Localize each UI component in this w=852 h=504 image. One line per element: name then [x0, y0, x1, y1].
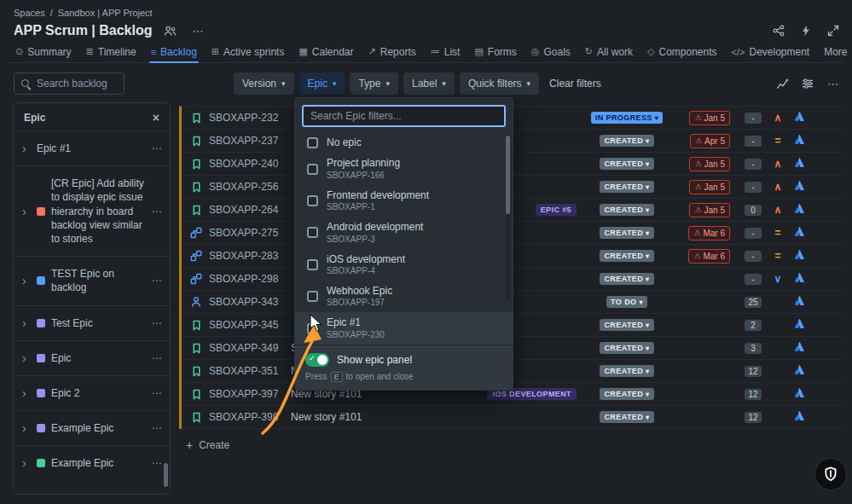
automation-lightning-icon[interactable]: [796, 21, 816, 40]
epic-item-example-epic[interactable]: ›Example Epic⋯: [14, 445, 170, 480]
issue-key[interactable]: SBOXAPP-240: [209, 158, 291, 170]
issue-key[interactable]: SBOXAPP-345: [209, 319, 291, 331]
issue-key[interactable]: SBOXAPP-237: [209, 135, 291, 147]
epic-panel-scrollbar[interactable]: [164, 463, 168, 487]
toggle-on-icon[interactable]: ✓: [305, 353, 329, 367]
due-date-chip[interactable]: ⚠Mar 6: [688, 249, 730, 264]
estimate-badge[interactable]: -: [745, 182, 762, 193]
status-badge[interactable]: CREATED▾: [600, 135, 653, 147]
status-badge[interactable]: CREATED▾: [600, 411, 653, 423]
assignee-avatar-icon[interactable]: [793, 271, 806, 287]
view-settings-icon[interactable]: [797, 74, 818, 93]
issue-key[interactable]: SBOXAPP-283: [209, 250, 291, 262]
due-date-chip[interactable]: ⚠Apr 5: [690, 134, 730, 148]
estimate-badge[interactable]: 12: [745, 366, 762, 377]
create-issue-button[interactable]: + Create: [186, 438, 229, 452]
chevron-right-icon[interactable]: ›: [22, 142, 31, 154]
filter-type[interactable]: Type▾: [350, 72, 398, 95]
more-icon[interactable]: ⋯: [152, 422, 164, 434]
epic-filter-search[interactable]: [302, 105, 506, 127]
issue-key[interactable]: SBOXAPP-397: [209, 388, 291, 400]
issue-key[interactable]: SBOXAPP-256: [209, 181, 291, 193]
more-icon[interactable]: ⋯: [152, 275, 164, 287]
epic-option-webhook-epic[interactable]: Webhook EpicSBOXAPP-197: [295, 281, 513, 312]
issue-key[interactable]: SBOXAPP-398: [209, 411, 291, 423]
estimate-badge[interactable]: 12: [745, 389, 762, 400]
assignee-avatar-icon[interactable]: [793, 225, 806, 240]
epic-item-cr-epic-add-ability-to-d[interactable]: ›[CR Epic] Add ability to display epic i…: [14, 165, 170, 256]
assignee-avatar-icon[interactable]: [793, 179, 806, 194]
chevron-right-icon[interactable]: ›: [22, 352, 31, 364]
assignee-avatar-icon[interactable]: [793, 156, 806, 171]
epic-item-epic-2[interactable]: ›Epic 2⋯: [14, 375, 170, 410]
status-badge[interactable]: CREATED▾: [600, 273, 653, 285]
more-icon[interactable]: ⋯: [152, 142, 164, 154]
status-badge[interactable]: CREATED▾: [600, 365, 653, 377]
issue-key[interactable]: SBOXAPP-349: [209, 342, 291, 354]
estimate-badge[interactable]: 25: [745, 297, 762, 308]
backlog-row[interactable]: SBOXAPP-398New story #101CREATED▾12: [182, 406, 844, 429]
filter-version[interactable]: Version▾: [234, 72, 294, 95]
tab-more[interactable]: More9+▾: [817, 43, 852, 61]
assignee-avatar-icon[interactable]: [793, 248, 806, 264]
assignee-avatar-icon[interactable]: [793, 386, 806, 402]
insights-chart-icon[interactable]: [772, 74, 792, 93]
status-badge[interactable]: CREATED▾: [600, 204, 653, 216]
estimate-badge[interactable]: -: [745, 113, 762, 124]
estimate-badge[interactable]: -: [745, 159, 762, 170]
tab-calendar[interactable]: ▦Calendar: [292, 43, 360, 61]
estimate-badge[interactable]: 3: [745, 343, 762, 354]
checkbox[interactable]: [307, 137, 318, 148]
issue-key[interactable]: SBOXAPP-264: [209, 204, 291, 216]
checkbox[interactable]: [307, 195, 318, 206]
epic-item-epic-1[interactable]: ›Epic #1⋯: [14, 130, 170, 165]
assignee-avatar-icon[interactable]: [793, 340, 806, 356]
chevron-right-icon[interactable]: ›: [22, 457, 31, 469]
clear-filters-button[interactable]: Clear filters: [549, 78, 601, 90]
tab-backlog[interactable]: ≡Backlog: [144, 43, 204, 61]
issue-key[interactable]: SBOXAPP-298: [209, 273, 291, 285]
assignee-avatar-icon[interactable]: [793, 294, 806, 310]
checkbox[interactable]: [307, 259, 318, 270]
assignee-avatar-icon[interactable]: [793, 363, 806, 379]
checkbox[interactable]: [307, 164, 318, 175]
status-badge[interactable]: CREATED▾: [600, 388, 653, 400]
status-badge[interactable]: IN PROGRESS▾: [591, 112, 663, 124]
fullscreen-icon[interactable]: [823, 21, 843, 40]
epic-option-project-planning[interactable]: Project planningSBOXAPP-166: [295, 153, 513, 184]
status-badge[interactable]: CREATED▾: [600, 250, 653, 262]
status-badge[interactable]: CREATED▾: [600, 181, 653, 193]
assignee-avatar-icon[interactable]: [793, 133, 806, 148]
share-icon[interactable]: [768, 21, 789, 40]
checkbox[interactable]: [307, 291, 318, 302]
estimate-badge[interactable]: 12: [745, 412, 762, 423]
epic-item-example-epic[interactable]: ›Example Epic⋯: [14, 410, 170, 445]
epic-filter-search-input[interactable]: [310, 110, 497, 122]
epic-item-test-epic[interactable]: ›Test Epic⋯: [14, 305, 170, 340]
status-badge[interactable]: TO DO▾: [606, 296, 647, 308]
due-date-chip[interactable]: ⚠Jan 5: [689, 157, 730, 171]
tab-components[interactable]: ◇Components: [640, 43, 724, 61]
estimate-badge[interactable]: -: [745, 251, 762, 262]
epic-option-epic-1[interactable]: Epic #1SBOXAPP-230: [295, 312, 513, 344]
tab-summary[interactable]: ⊙Summary: [9, 43, 78, 61]
status-badge[interactable]: CREATED▾: [600, 319, 653, 331]
filter-label[interactable]: Label▾: [403, 72, 455, 95]
more-icon[interactable]: ⋯: [152, 457, 164, 469]
tab-goals[interactable]: ◎Goals: [525, 43, 577, 61]
checkbox[interactable]: [307, 323, 318, 334]
epic-option-frontend-development[interactable]: Frontend developmentSBOXAPP-1: [295, 185, 513, 217]
floating-shield-button[interactable]: [814, 458, 847, 490]
epic-item-epic[interactable]: ›Epic⋯: [14, 340, 170, 375]
collaborators-icon[interactable]: [159, 21, 180, 40]
issue-key[interactable]: SBOXAPP-351: [209, 365, 291, 377]
chevron-right-icon[interactable]: ›: [22, 206, 31, 217]
tab-all-work[interactable]: ↻All work: [578, 43, 640, 61]
more-icon[interactable]: ⋯: [152, 206, 164, 217]
status-badge[interactable]: CREATED▾: [600, 158, 653, 170]
status-badge[interactable]: CREATED▾: [600, 342, 653, 354]
filter-quick-filters[interactable]: Quick filters▾: [460, 72, 539, 95]
breadcrumb-spaces[interactable]: Spaces: [14, 8, 45, 18]
more-icon[interactable]: ⋯: [152, 317, 164, 329]
due-date-chip[interactable]: ⚠Jan 5: [689, 111, 730, 125]
